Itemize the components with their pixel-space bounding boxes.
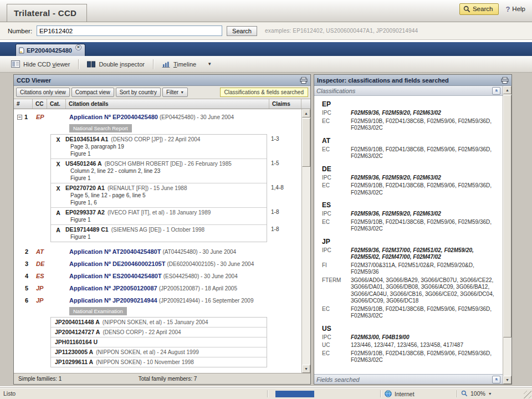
family-row[interactable]: 6 JP Application Nº JP20090214944 (JP200… (14, 294, 301, 306)
citation-claims: 1-8 (271, 209, 279, 215)
column-num: # (14, 99, 33, 109)
citation-row[interactable]: JP11230005 A (NIPPON SOKEN, et al) - 24 … (51, 347, 267, 357)
scroll-down-button[interactable]: ▼ (302, 365, 310, 373)
scheme-label: IPC (322, 175, 351, 182)
citation-number-link[interactable]: JP11230005 A (55, 349, 93, 355)
application-link[interactable]: Application Nº ES20040425480T (69, 273, 162, 279)
family-row[interactable]: 2 AT Application Nº AT20040425480T (AT04… (14, 245, 301, 258)
citation-number-link[interactable]: EP0270720 A1 (65, 185, 105, 191)
application-extra: (JP2009214944) - 16 September 2009 (159, 298, 254, 304)
scheme-label: IPC (322, 334, 351, 341)
double-inspector-button[interactable]: Double inspector (84, 59, 148, 69)
scheme-label: IPC (322, 211, 351, 218)
citation-category: X (51, 136, 65, 157)
resize-grip[interactable] (524, 391, 531, 398)
help-button[interactable]: ? Help (505, 5, 525, 13)
statusbar-separator (267, 390, 268, 397)
print-icon[interactable] (501, 77, 509, 84)
ccd-scrollbar[interactable]: ▲ ▼ (301, 109, 310, 373)
scrollbar-thumb[interactable] (503, 95, 511, 337)
search-icon (463, 6, 470, 13)
document-icon (19, 47, 24, 54)
classifications-fields-searched-button[interactable]: Classifications & fields searched (220, 88, 308, 97)
country-code: JP (322, 238, 499, 245)
national-examination-badge: National Examination (69, 307, 127, 315)
collapse-section-button[interactable]: « (492, 376, 500, 383)
citation-number-link[interactable]: DE19714489 C1 (65, 226, 109, 233)
compact-view-button[interactable]: Compact view (71, 88, 114, 97)
zoom-control[interactable]: 100% ▼ (461, 390, 492, 397)
country-code: EP (322, 100, 499, 108)
family-row[interactable]: 5 JP Application Nº JP20050120087 (JP200… (14, 282, 301, 294)
citation-passage: Column 2, line 22 - column 2, line 23 (70, 167, 264, 175)
citation-number-link[interactable]: EP0299337 A2 (65, 209, 105, 216)
citation-number-link[interactable]: JP2004011448 A (55, 319, 100, 325)
citation-category: X (51, 160, 65, 182)
ccd-view-toolbar: Citations only view Compact view Sort by… (14, 86, 310, 99)
citation-detail: (NIPPON SOKEN) - 10 November 1998 (96, 359, 194, 365)
citation-row[interactable]: X US4501246 A (BOSCH GMBH ROBERT [DE]) -… (51, 158, 267, 183)
scrollbar-thumb[interactable] (302, 118, 310, 167)
tab-label: EP20040425480 (27, 47, 72, 54)
citation-number-link[interactable]: DE10345154 A1 (65, 136, 108, 142)
family-row[interactable]: − 1 EP Application Nº EP20040425480 (EP0… (14, 110, 301, 124)
classification-country-block: AT ECF02M59/10B, F02D41/38C6B, F02M59/06… (322, 137, 499, 160)
citation-row[interactable]: A EP0299337 A2 (IVECO FIAT [IT], et al) … (51, 207, 267, 224)
citation-row[interactable]: A DE19714489 C1 (SIEMENS AG [DE]) - 1 Oc… (51, 224, 267, 242)
application-link[interactable]: Application Nº JP20050120087 (69, 285, 157, 291)
toolbar-separator (153, 59, 154, 69)
tab-ep20040425480[interactable]: EP20040425480 × (16, 44, 85, 56)
global-search-button[interactable]: Search (459, 3, 499, 15)
family-row[interactable]: 4 ES Application Nº ES20040425480T (ES04… (14, 270, 301, 282)
scroll-down-button[interactable]: ▼ (503, 376, 511, 384)
classification-country-block: JP IPCF02M59/36, F02M37/00, F02M51/02, F… (322, 238, 499, 320)
scheme-label: UC (322, 342, 351, 349)
family-number: − 1 (17, 113, 36, 121)
citation-passage: Figure 1 (70, 216, 264, 223)
citation-row[interactable]: JPH01160164 U (51, 337, 267, 347)
citation-row[interactable]: JP2004124727 A (DENSO CORP) - 22 April 2… (51, 327, 267, 337)
number-input[interactable] (37, 25, 222, 36)
inspector-scrollbar[interactable]: ▲ ▼ (503, 86, 511, 384)
citations-only-view-button[interactable]: Citations only view (16, 88, 70, 97)
citation-row[interactable]: X DE10345154 A1 (DENSO CORP [JP]) - 22 A… (51, 135, 267, 158)
timeline-dropdown-caret[interactable]: ▼ (204, 60, 214, 68)
application-link[interactable]: Application Nº DE200460002105T (69, 260, 165, 267)
globe-icon (385, 390, 392, 397)
hide-ccd-viewer-button[interactable]: Hide CCD viewer (8, 59, 73, 69)
print-icon[interactable] (300, 77, 308, 84)
citation-row[interactable]: JP10299611 A (NIPPON SOKEN) - 10 Novembe… (51, 357, 267, 367)
family-row[interactable]: 3 DE Application Nº DE200460002105T (DE6… (14, 258, 301, 270)
global-search-label: Search (473, 6, 493, 12)
citation-row[interactable]: JP2004011448 A (NIPPON SOKEN, et al) - 1… (51, 318, 267, 327)
collapse-section-button[interactable]: « (492, 87, 500, 95)
close-icon[interactable]: × (75, 44, 81, 50)
timeline-button[interactable]: Timeline (158, 59, 200, 69)
citation-number-link[interactable]: US4501246 A (65, 160, 102, 167)
browser-statusbar: Listo Internet 100% ▼ (0, 388, 532, 399)
total-family-members-count: Total family members: 7 (139, 376, 197, 382)
chevron-down-icon[interactable]: ▼ (488, 392, 492, 396)
fields-searched-section-bar: Fields searched « (314, 374, 503, 384)
security-zone: Internet (385, 390, 415, 397)
family-number: 5 (17, 284, 36, 292)
application-link[interactable]: Application Nº AT20040425480T (69, 248, 161, 255)
number-search-button[interactable]: Search (227, 26, 257, 36)
classification-codes: 123/446, 123/447, 123/456, 123/458, 417/… (351, 342, 499, 349)
filter-button[interactable]: Filter▼ (162, 88, 188, 97)
collapse-family-icon[interactable]: − (17, 115, 22, 120)
citation-table-header: # CC Cat. Citation details Claims (14, 99, 310, 109)
citation-detail: (NIPPON SOKEN, et al) - 24 August 1999 (96, 349, 199, 355)
scroll-up-button[interactable]: ▲ (302, 109, 310, 117)
fields-searched-label: Fields searched (316, 376, 360, 383)
citation-number-link[interactable]: JP2004124727 A (55, 329, 100, 335)
sort-by-country-button[interactable]: Sort by country (116, 88, 161, 97)
scheme-label: EC (322, 350, 351, 364)
application-link[interactable]: Application Nº EP20040425480 (69, 114, 158, 120)
citation-number-link[interactable]: JP10299611 A (55, 359, 93, 365)
scroll-up-button[interactable]: ▲ (503, 86, 511, 94)
number-search-bar: Number: Search examples: EP1612402, US20… (0, 22, 532, 40)
citation-number-link[interactable]: JPH01160164 U (55, 339, 98, 345)
application-link[interactable]: Application Nº JP20090214944 (69, 297, 157, 304)
citation-row[interactable]: X EP0270720 A1 (RENAULT [FR]) - 15 June … (51, 183, 267, 207)
